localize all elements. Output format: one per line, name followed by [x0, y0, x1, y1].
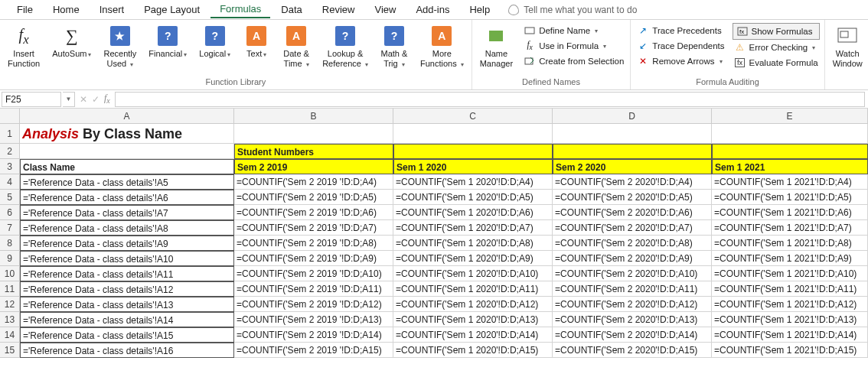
cell-B[interactable]: =COUNTIF('Sem 2 2019 '!D:D;A5): [234, 190, 393, 205]
cell-B[interactable]: =COUNTIF('Sem 2 2019 '!D:D;A8): [234, 236, 393, 251]
row-header-4[interactable]: 4: [0, 174, 20, 190]
cell-A[interactable]: ='Reference Data - class details'!A12: [20, 281, 234, 297]
cell-A[interactable]: ='Reference Data - class details'!A13: [20, 297, 234, 312]
show-formulas-button[interactable]: fxShow Formulas: [733, 23, 820, 40]
cell-B[interactable]: =COUNTIF('Sem 2 2019 '!D:D;A10): [234, 266, 393, 281]
error-checking-button[interactable]: ⚠Error Checking ▾: [733, 40, 820, 55]
use-in-formula-button[interactable]: fxUse in Formula ▾: [522, 38, 625, 54]
row-header-8[interactable]: 8: [0, 236, 20, 251]
cell-A[interactable]: ='Reference Data - class details'!A9: [20, 236, 234, 251]
cell-A[interactable]: ='Reference Data - class details'!A15: [20, 327, 234, 343]
cell-E[interactable]: [712, 124, 868, 144]
cell-D[interactable]: =COUNTIF('Sem 2 2020'!D:D;A10): [553, 266, 712, 281]
cell-A[interactable]: Class Name: [20, 159, 234, 174]
remove-arrows-button[interactable]: ✕Remove Arrows ▾: [635, 54, 726, 69]
cell-B[interactable]: [234, 124, 393, 144]
menu-tab-formulas[interactable]: Formulas: [210, 1, 270, 18]
cell-C[interactable]: Sem 1 2020: [393, 159, 553, 174]
cell-C[interactable]: =COUNTIF('Sem 1 2020'!D:D;A12): [393, 297, 553, 312]
row-header-9[interactable]: 9: [0, 251, 20, 266]
cell-D[interactable]: =COUNTIF('Sem 2 2020'!D:D;A4): [553, 174, 712, 190]
menu-tab-insert[interactable]: Insert: [90, 2, 134, 18]
cell-E[interactable]: =COUNTIF('Sem 1 2021'!D:D;A4): [712, 174, 868, 190]
name-box[interactable]: F25: [2, 92, 61, 107]
cell-E[interactable]: =COUNTIF('Sem 1 2021'!D:D;A7): [712, 220, 868, 236]
row-header-14[interactable]: 14: [0, 327, 20, 343]
column-header-C[interactable]: C: [393, 109, 553, 124]
cell-A[interactable]: ='Reference Data - class details'!A11: [20, 266, 234, 281]
cell-E[interactable]: =COUNTIF('Sem 1 2021'!D:D;A5): [712, 190, 868, 205]
column-header-B[interactable]: B: [234, 109, 393, 124]
cell-B[interactable]: =COUNTIF('Sem 2 2019 '!D:D;A15): [234, 343, 393, 358]
fx-icon[interactable]: fx: [104, 93, 110, 105]
cell-D[interactable]: =COUNTIF('Sem 2 2020'!D:D;A6): [553, 205, 712, 220]
cell-B[interactable]: =COUNTIF('Sem 2 2019 '!D:D;A4): [234, 174, 393, 190]
row-header-11[interactable]: 11: [0, 281, 20, 297]
cell-D[interactable]: =COUNTIF('Sem 2 2020'!D:D;A14): [553, 327, 712, 343]
cell-E[interactable]: =COUNTIF('Sem 1 2021'!D:D;A9): [712, 251, 868, 266]
cell-D[interactable]: Sem 2 2020: [553, 159, 712, 174]
cell-A[interactable]: Analysis By Class Name: [20, 124, 234, 144]
menu-tab-file[interactable]: File: [8, 2, 42, 18]
logical-button[interactable]: ?Logical▾: [196, 23, 233, 60]
row-header-12[interactable]: 12: [0, 297, 20, 312]
cell-C[interactable]: =COUNTIF('Sem 1 2020'!D:D;A11): [393, 281, 553, 297]
cell-B[interactable]: =COUNTIF('Sem 2 2019 '!D:D;A9): [234, 251, 393, 266]
cell-D[interactable]: =COUNTIF('Sem 2 2020'!D:D;A7): [553, 220, 712, 236]
column-header-D[interactable]: D: [553, 109, 712, 124]
cell-E[interactable]: [712, 144, 868, 159]
cell-A[interactable]: ='Reference Data - class details'!A6: [20, 190, 234, 205]
cell-C[interactable]: =COUNTIF('Sem 1 2020'!D:D;A15): [393, 343, 553, 358]
cell-A[interactable]: ='Reference Data - class details'!A16: [20, 343, 234, 358]
name-box-dropdown[interactable]: ▼: [63, 92, 75, 107]
row-header-5[interactable]: 5: [0, 190, 20, 205]
row-header-15[interactable]: 15: [0, 343, 20, 358]
cell-C[interactable]: =COUNTIF('Sem 1 2020'!D:D;A5): [393, 190, 553, 205]
row-header-7[interactable]: 7: [0, 220, 20, 236]
date--button[interactable]: ADate & Time ▾: [279, 23, 313, 70]
select-all-corner[interactable]: [0, 109, 20, 124]
row-header-1[interactable]: 1: [0, 124, 20, 144]
menu-tab-review[interactable]: Review: [313, 2, 364, 18]
cell-E[interactable]: =COUNTIF('Sem 1 2021'!D:D;A15): [712, 343, 868, 358]
recently-button[interactable]: ★Recently Used ▾: [100, 23, 139, 70]
cell-D[interactable]: =COUNTIF('Sem 2 2020'!D:D;A9): [553, 251, 712, 266]
cell-B[interactable]: =COUNTIF('Sem 2 2019 '!D:D;A12): [234, 297, 393, 312]
cell-C[interactable]: =COUNTIF('Sem 1 2020'!D:D;A6): [393, 205, 553, 220]
autosum-button[interactable]: ∑AutoSum▾: [49, 23, 94, 60]
cell-C[interactable]: =COUNTIF('Sem 1 2020'!D:D;A7): [393, 220, 553, 236]
cell-E[interactable]: =COUNTIF('Sem 1 2021'!D:D;A14): [712, 327, 868, 343]
define-name-button[interactable]: Define Name ▾: [522, 23, 625, 38]
row-header-3[interactable]: 3: [0, 159, 20, 174]
cell-C[interactable]: =COUNTIF('Sem 1 2020'!D:D;A14): [393, 327, 553, 343]
cell-C[interactable]: [393, 144, 553, 159]
cell-D[interactable]: =COUNTIF('Sem 2 2020'!D:D;A12): [553, 297, 712, 312]
cell-A[interactable]: [20, 144, 234, 159]
cell-D[interactable]: =COUNTIF('Sem 2 2020'!D:D;A5): [553, 190, 712, 205]
cell-B[interactable]: =COUNTIF('Sem 2 2019 '!D:D;A7): [234, 220, 393, 236]
cell-C[interactable]: =COUNTIF('Sem 1 2020'!D:D;A10): [393, 266, 553, 281]
math--button[interactable]: ?Math & Trig ▾: [377, 23, 411, 70]
row-header-2[interactable]: 2: [0, 144, 20, 159]
cell-B[interactable]: =COUNTIF('Sem 2 2019 '!D:D;A13): [234, 312, 393, 327]
cell-D[interactable]: =COUNTIF('Sem 2 2020'!D:D;A13): [553, 312, 712, 327]
cell-C[interactable]: =COUNTIF('Sem 1 2020'!D:D;A8): [393, 236, 553, 251]
cell-E[interactable]: =COUNTIF('Sem 1 2021'!D:D;A6): [712, 205, 868, 220]
cell-C[interactable]: =COUNTIF('Sem 1 2020'!D:D;A9): [393, 251, 553, 266]
evaluate-formula-button[interactable]: fxEvaluate Formula: [733, 55, 820, 70]
cell-B[interactable]: =COUNTIF('Sem 2 2019 '!D:D;A11): [234, 281, 393, 297]
lookup--button[interactable]: ?Lookup & Reference ▾: [319, 23, 371, 70]
cell-E[interactable]: =COUNTIF('Sem 1 2021'!D:D;A13): [712, 312, 868, 327]
column-header-A[interactable]: A: [20, 109, 234, 124]
cell-C[interactable]: [393, 124, 553, 144]
cell-B[interactable]: Student Numbers: [234, 144, 393, 159]
cell-D[interactable]: =COUNTIF('Sem 2 2020'!D:D;A11): [553, 281, 712, 297]
cell-E[interactable]: =COUNTIF('Sem 1 2021'!D:D;A10): [712, 266, 868, 281]
cell-E[interactable]: =COUNTIF('Sem 1 2021'!D:D;A8): [712, 236, 868, 251]
cell-A[interactable]: ='Reference Data - class details'!A7: [20, 205, 234, 220]
trace-precedents-button[interactable]: ↗Trace Precedents: [635, 23, 726, 38]
cell-E[interactable]: Sem 1 2021: [712, 159, 868, 174]
insert-button[interactable]: fxInsert Function: [5, 23, 43, 70]
menu-tab-view[interactable]: View: [365, 2, 405, 18]
column-header-E[interactable]: E: [712, 109, 868, 124]
